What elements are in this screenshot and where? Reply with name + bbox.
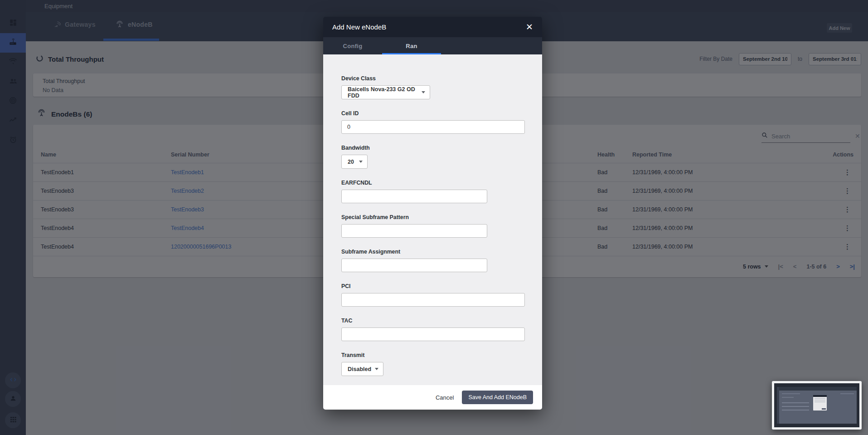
screen-preview-image [774, 383, 859, 427]
chevron-down-icon [359, 161, 363, 163]
modal-title: Add New eNodeB [332, 23, 386, 31]
pci-input[interactable] [341, 293, 525, 307]
tac-input[interactable] [341, 327, 525, 341]
save-and-add-enodeb-button[interactable]: Save And Add ENodeB [462, 391, 533, 404]
modal-header: Add New eNodeB ✕ [323, 17, 542, 37]
subframe-assignment-input[interactable] [341, 259, 487, 272]
device-class-label: Device Class [341, 75, 524, 82]
chevron-down-icon [375, 368, 378, 370]
modal-active-tab-underline [382, 53, 441, 54]
special-subframe-pattern-label: Special Subframe Pattern [341, 214, 524, 220]
transmit-label: Transmit [341, 352, 524, 358]
subframe-assignment-label: Subframe Assignment [341, 249, 524, 255]
device-class-select[interactable]: Baicells Nova-233 G2 OD FDD [341, 85, 430, 99]
chevron-down-icon [422, 91, 425, 93]
close-icon[interactable]: ✕ [526, 23, 533, 31]
modal-tab-config[interactable]: Config [323, 37, 382, 54]
bandwidth-value: 20 [348, 159, 354, 165]
modal-tabbar: Config Ran [323, 37, 542, 54]
earfcndl-label: EARFCNDL [341, 180, 524, 186]
bandwidth-select[interactable]: 20 [341, 155, 368, 169]
modal-form: Device Class Baicells Nova-233 G2 OD FDD… [323, 54, 542, 385]
cell-id-label: Cell ID [341, 110, 524, 117]
add-enodeb-modal: Add New eNodeB ✕ Config Ran Device Class… [323, 17, 542, 410]
pci-label: PCI [341, 283, 524, 289]
cell-id-input[interactable] [341, 120, 525, 134]
modal-tab-ran[interactable]: Ran [382, 37, 441, 54]
bandwidth-label: Bandwidth [341, 145, 524, 151]
transmit-value: Disabled [348, 366, 371, 372]
tac-label: TAC [341, 318, 524, 324]
special-subframe-pattern-input[interactable] [341, 224, 487, 238]
earfcndl-input[interactable] [341, 190, 487, 203]
modal-footer: Cancel Save And Add ENodeB [323, 385, 542, 410]
screen-preview-thumbnail[interactable] [772, 381, 862, 430]
cancel-button[interactable]: Cancel [436, 394, 454, 401]
device-class-value: Baicells Nova-233 G2 OD FDD [348, 86, 422, 99]
transmit-select[interactable]: Disabled [341, 362, 383, 376]
